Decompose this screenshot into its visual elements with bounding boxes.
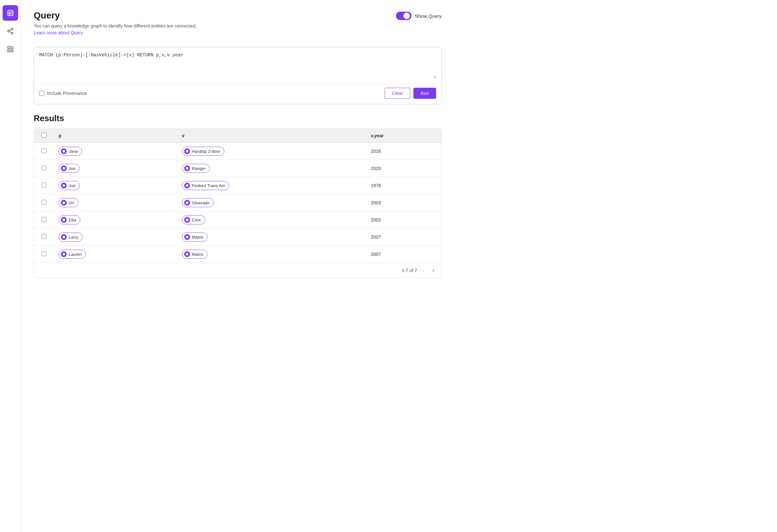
svg-point-4 xyxy=(11,28,13,30)
cell-vyear: 2002 xyxy=(365,211,441,229)
cell-vyear: 2020 xyxy=(365,160,441,177)
entity-dot-v xyxy=(184,200,190,206)
entity-label-v: Matrix xyxy=(192,252,203,257)
sidebar-item-filter[interactable] xyxy=(3,41,18,57)
entity-dot-v xyxy=(184,251,190,257)
entity-pill-p: Larry xyxy=(59,232,83,241)
svg-rect-9 xyxy=(7,46,9,48)
entity-label-p: Jane xyxy=(69,149,78,154)
svg-rect-12 xyxy=(11,50,13,52)
cell-p: Larry xyxy=(53,229,177,246)
row-checkbox-6[interactable] xyxy=(41,251,46,256)
row-checkbox-0[interactable] xyxy=(41,148,46,153)
row-checkbox-4[interactable] xyxy=(41,217,46,222)
entity-dot-v xyxy=(184,148,190,154)
cell-v: Civic xyxy=(177,211,366,229)
cell-vyear: 2016 xyxy=(365,143,441,160)
row-checkbox-cell xyxy=(34,160,53,177)
cell-v: Matrix xyxy=(177,229,366,246)
row-checkbox-5[interactable] xyxy=(41,234,46,239)
entity-dot-v xyxy=(184,183,190,189)
entity-label-p: Lauren xyxy=(69,252,82,257)
table-row: Joe Ranger 2020 xyxy=(34,160,441,177)
page-description: You can query a knowledge graph to ident… xyxy=(34,23,197,28)
entity-pill-p: Joe xyxy=(59,164,80,173)
entity-label-v: Firebird Trans Am xyxy=(192,183,225,188)
learn-more-link[interactable]: Learn more about Query xyxy=(34,30,83,35)
entity-label-p: Etta xyxy=(69,218,76,222)
entity-pill-p: Etta xyxy=(59,215,80,224)
cell-vyear: 2007 xyxy=(365,246,441,263)
entity-dot-v xyxy=(184,217,190,223)
cell-p: Etta xyxy=(53,211,177,229)
cell-v: Silverado xyxy=(177,194,366,211)
entity-pill-p: Joe xyxy=(59,181,80,190)
select-all-checkbox[interactable] xyxy=(41,133,46,138)
main-content: Query You can query a knowledge graph to… xyxy=(21,0,455,532)
entity-dot-p xyxy=(61,217,67,223)
cell-p: Jane xyxy=(53,143,177,160)
query-box: Include Provenance Clear Run xyxy=(34,47,442,104)
entity-dot-p xyxy=(61,148,67,154)
sidebar-item-graph[interactable] xyxy=(3,23,18,39)
row-checkbox-cell xyxy=(34,177,53,194)
cell-vyear: 1978 xyxy=(365,177,441,194)
row-checkbox-1[interactable] xyxy=(41,166,46,170)
entity-pill-v: Civic xyxy=(182,215,205,224)
entity-pill-v: Matrix xyxy=(182,232,208,241)
entity-label-v: Civic xyxy=(192,218,201,222)
svg-rect-10 xyxy=(11,46,13,48)
svg-rect-0 xyxy=(7,10,13,16)
col-vyear: v.year xyxy=(365,129,441,143)
show-query-toggle[interactable]: Show Query xyxy=(396,12,442,20)
entity-label-p: Joe xyxy=(69,166,76,171)
pagination-prev[interactable]: ‹ xyxy=(421,267,426,274)
query-footer: Include Provenance Clear Run xyxy=(39,84,436,99)
table-row: Larry Matrix 2007 xyxy=(34,229,441,246)
cell-v: Matrix xyxy=(177,246,366,263)
cell-p: Lauren xyxy=(53,246,177,263)
entity-pill-v: Ranger xyxy=(182,164,210,173)
pagination-label: 1-7 of 7 xyxy=(402,268,417,273)
cell-vyear: 2003 xyxy=(365,194,441,211)
graph-icon xyxy=(7,27,14,35)
entity-dot-p xyxy=(61,251,67,257)
entity-label-v: Silverado xyxy=(192,200,210,205)
table-row: Jane Hardtop 2-door 2016 xyxy=(34,143,441,160)
include-provenance-text: Include Provenance xyxy=(47,91,87,96)
sidebar-item-table[interactable] xyxy=(3,5,18,21)
cell-p: Joe xyxy=(53,177,177,194)
cell-v: Firebird Trans Am xyxy=(177,177,366,194)
entity-dot-v xyxy=(184,166,190,171)
query-textarea[interactable] xyxy=(39,52,436,78)
col-checkbox xyxy=(34,129,53,143)
row-checkbox-2[interactable] xyxy=(41,183,46,188)
table-body: Jane Hardtop 2-door 2016 Joe Ranger 2020… xyxy=(34,143,441,263)
row-checkbox-cell xyxy=(34,194,53,211)
cell-vyear: 2007 xyxy=(365,229,441,246)
clear-button[interactable]: Clear xyxy=(384,88,410,99)
page-header: Query You can query a knowledge graph to… xyxy=(34,10,442,42)
query-actions: Clear Run xyxy=(384,88,436,99)
toggle-track[interactable] xyxy=(396,12,412,20)
entity-dot-p xyxy=(61,183,67,189)
svg-line-8 xyxy=(9,29,11,31)
table-row: Joe Firebird Trans Am 1978 xyxy=(34,177,441,194)
include-provenance-label[interactable]: Include Provenance xyxy=(39,91,87,96)
run-button[interactable]: Run xyxy=(414,88,436,99)
table-row: Lauren Matrix 2007 xyxy=(34,246,441,263)
entity-label-p: Joe xyxy=(69,183,76,188)
cell-v: Hardtop 2-door xyxy=(177,143,366,160)
pagination-next[interactable]: › xyxy=(431,267,436,274)
cell-p: Uri xyxy=(53,194,177,211)
svg-rect-11 xyxy=(7,50,9,52)
entity-dot-p xyxy=(61,200,67,206)
entity-label-v: Matrix xyxy=(192,235,203,240)
row-checkbox-3[interactable] xyxy=(41,200,46,205)
filter-icon xyxy=(7,46,14,53)
entity-label-v: Hardtop 2-door xyxy=(192,149,220,154)
entity-dot-v xyxy=(184,234,190,240)
entity-pill-v: Firebird Trans Am xyxy=(182,181,230,190)
include-provenance-checkbox[interactable] xyxy=(39,91,44,96)
entity-label-p: Uri xyxy=(69,200,74,205)
